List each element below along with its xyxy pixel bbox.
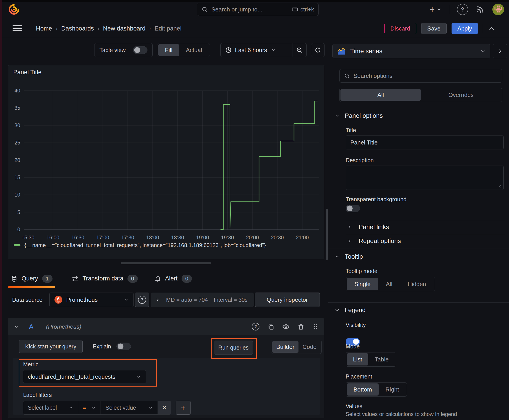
pane-resize-handle[interactable] [121,262,211,264]
title-label: Title [346,127,356,134]
legend-series-label: {__name__="cloudflared_tunnel_total_requ… [24,242,266,248]
time-range-button[interactable]: Last 6 hours [220,43,292,57]
repeat-options-row[interactable]: Repeat options [347,237,401,245]
legend-mode-label: Mode [346,343,360,350]
legend-mode-table[interactable]: Table [368,353,395,366]
query-inspector-button[interactable]: Query inspector [255,292,320,307]
zoom-out-button[interactable] [292,43,306,57]
chevron-down-icon [148,405,153,410]
collapse-header-icon[interactable] [488,25,495,32]
zoom-out-icon [296,47,303,53]
hide-query-icon[interactable] [282,323,289,330]
options-search[interactable]: Search options [339,69,502,82]
section-divider [346,235,505,235]
select-label-placeholder: Select label [28,405,68,411]
actual-option[interactable]: Actual [179,44,209,56]
svg-text:17:30: 17:30 [121,235,134,240]
duplicate-query-icon[interactable] [267,323,274,330]
tab-alert[interactable]: Alert 0 [154,269,192,288]
drag-handle-icon[interactable] [312,323,319,330]
vertical-scrollbar[interactable] [326,209,328,260]
svg-text:20: 20 [14,157,20,163]
table-view-toggle[interactable] [133,46,147,54]
transparent-background-toggle[interactable] [346,205,360,212]
legend-values-label: Values [346,403,363,409]
save-button[interactable]: Save [421,23,447,34]
run-queries-button[interactable]: Run queries [214,341,253,354]
query-help-button[interactable]: ? [252,323,259,330]
tab-overrides[interactable]: Overrides [421,89,501,101]
legend-heading: Legend [345,307,365,314]
help-button[interactable]: ? [457,4,468,15]
tab-query[interactable]: Query 1 [8,269,55,288]
svg-text:18:30: 18:30 [171,235,184,240]
refresh-button[interactable] [311,43,325,57]
datasource-help-button[interactable]: ? [135,292,149,307]
table-view-label: Table view [99,47,126,53]
legend-header[interactable]: Legend [334,307,365,314]
datasource-picker[interactable]: Prometheus [49,292,134,307]
tooltip-mode-single[interactable]: Single [347,278,378,290]
query-options-row[interactable]: MD = auto = 704 Interval = 30s [151,292,254,307]
builder-code-segment: Builder Code [271,340,322,354]
panel-options-header[interactable]: Panel options [334,112,383,119]
svg-text:20:30: 20:30 [271,235,284,240]
panel-options-heading: Panel options [345,112,383,119]
tab-all[interactable]: All [341,89,421,101]
chart-legend[interactable]: {__name__="cloudflared_tunnel_total_requ… [14,242,266,248]
menu-toggle[interactable] [13,25,22,32]
tab-transform-data[interactable]: Transform data 0 [72,269,138,288]
chevron-down-icon [123,297,129,302]
chevron-right-icon [155,297,160,302]
tab-alert-badge: 0 [182,275,192,283]
legend-placement-right[interactable]: Right [379,383,406,396]
breadcrumb-new-dashboard[interactable]: New dashboard [103,25,145,32]
tooltip-mode-hidden[interactable]: Hidden [400,278,433,290]
query-ref-id[interactable]: A [29,323,33,330]
breadcrumb-separator: › [52,25,61,32]
remove-filter-button[interactable]: ✕ [158,401,171,415]
legend-mode-list[interactable]: List [347,353,368,366]
apply-button[interactable]: Apply [452,23,478,34]
chevron-down-icon [334,307,340,313]
visualization-picker[interactable]: Time series [332,44,490,58]
query-row-actions: ? [252,323,319,330]
keyboard-icon [291,6,298,13]
svg-text:40: 40 [14,88,20,94]
explain-toggle[interactable] [116,343,131,350]
label-filter-key-select[interactable]: Select label [23,401,78,415]
avatar[interactable] [492,4,504,15]
rss-icon[interactable] [476,5,485,14]
label-filter-operator-select[interactable]: = [78,401,101,415]
panel-links-row[interactable]: Panel links [347,224,389,231]
breadcrumb: Home › Dashboards › New dashboard › Edit… [36,19,182,38]
add-filter-button[interactable]: + [176,401,190,415]
tooltip-header[interactable]: Tooltip [334,253,363,260]
search-icon [344,73,350,79]
metric-value: cloudflared_tunnel_total_requests [28,373,136,380]
label-filter-value-select[interactable]: Select value [101,401,158,415]
time-series-chart[interactable]: 051015202530354015:3016:0016:3017:0017:3… [8,65,325,260]
add-button[interactable]: + [430,5,441,14]
panel-title-input[interactable] [346,135,504,150]
chevron-down-icon [91,405,96,410]
metric-select[interactable]: cloudflared_tunnel_total_requests [23,370,146,383]
legend-placement-bottom[interactable]: Bottom [347,383,379,396]
collapse-query-icon[interactable] [14,324,19,329]
fill-option[interactable]: Fill [158,44,179,56]
builder-option[interactable]: Builder [272,341,298,353]
chevron-right-icon [347,238,352,244]
code-option[interactable]: Code [298,341,320,353]
description-textarea[interactable] [346,165,504,190]
tooltip-mode-all[interactable]: All [378,278,400,290]
query-row-header[interactable]: A (Prometheus) ? [8,318,324,335]
breadcrumb-dashboards[interactable]: Dashboards [61,25,94,32]
svg-text:18:00: 18:00 [146,235,159,240]
global-search[interactable]: Search or jump to... ctrl+k [197,3,319,16]
kick-start-button[interactable]: Kick start your query [19,340,83,353]
discard-button[interactable]: Discard [384,23,416,34]
breadcrumb-home[interactable]: Home [36,25,52,32]
delete-query-icon[interactable] [298,323,304,330]
grafana-logo[interactable] [8,4,20,15]
toggle-options-pane-button[interactable] [493,44,507,58]
